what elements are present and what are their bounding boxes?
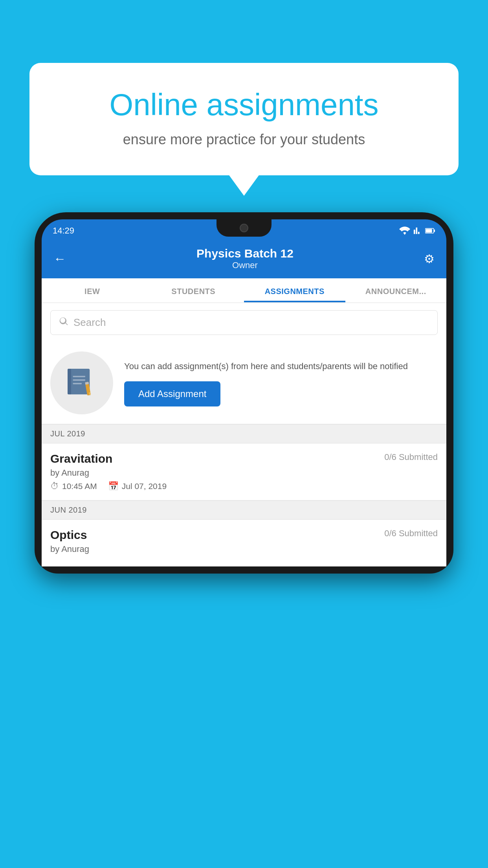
phone-notch xyxy=(216,219,272,237)
back-button[interactable]: ← xyxy=(53,252,66,266)
assignment-icon-circle xyxy=(50,351,113,414)
wifi-icon xyxy=(399,226,410,235)
assignment-name-optics: Optics xyxy=(50,528,87,542)
assignment-submitted-optics: 0/6 Submitted xyxy=(384,528,438,539)
speech-bubble-subtitle: ensure more practice for your students xyxy=(57,131,431,148)
search-box[interactable]: Search xyxy=(50,310,438,335)
assignment-meta-gravitation: ⏱ 10:45 AM 📅 Jul 07, 2019 xyxy=(50,481,438,491)
assignment-date: 📅 Jul 07, 2019 xyxy=(108,481,167,491)
status-icons xyxy=(399,226,435,235)
status-bar: 14:29 xyxy=(42,219,446,241)
search-icon xyxy=(59,316,69,329)
assignment-item-top: Gravitation 0/6 Submitted xyxy=(50,452,438,465)
clock-icon: ⏱ xyxy=(50,481,59,491)
settings-button[interactable]: ⚙ xyxy=(424,252,435,266)
tabs-bar: IEW STUDENTS ASSIGNMENTS ANNOUNCEM... xyxy=(42,278,446,303)
phone-camera xyxy=(240,224,248,232)
search-placeholder: Search xyxy=(73,316,106,329)
header-subtitle: Owner xyxy=(196,260,294,270)
phone-screen: ← Physics Batch 12 Owner ⚙ IEW STUDENTS … xyxy=(42,241,446,566)
search-container: Search xyxy=(42,303,446,342)
assignment-time-value: 10:45 AM xyxy=(62,482,97,491)
notebook-svg-icon xyxy=(64,365,99,401)
svg-rect-7 xyxy=(73,383,82,384)
speech-bubble-title: Online assignments xyxy=(57,86,431,123)
svg-rect-6 xyxy=(73,379,86,381)
header-title: Physics Batch 12 xyxy=(196,247,294,260)
speech-bubble: Online assignments ensure more practice … xyxy=(29,63,459,175)
header-title-block: Physics Batch 12 Owner xyxy=(196,247,294,270)
tab-iew[interactable]: IEW xyxy=(42,278,143,302)
tab-announcements[interactable]: ANNOUNCEM... xyxy=(345,278,447,302)
calendar-icon: 📅 xyxy=(108,481,119,491)
add-assignment-button[interactable]: Add Assignment xyxy=(124,381,220,406)
assignment-name-gravitation: Gravitation xyxy=(50,452,112,465)
month-separator-jul: JUL 2019 xyxy=(42,424,446,443)
svg-rect-4 xyxy=(68,369,71,394)
assignment-by-gravitation: by Anurag xyxy=(50,468,438,478)
signal-icon xyxy=(413,226,422,235)
tab-students[interactable]: STUDENTS xyxy=(143,278,244,302)
assignment-by-optics: by Anurag xyxy=(50,544,438,554)
svg-rect-1 xyxy=(434,230,435,232)
assignment-submitted-gravitation: 0/6 Submitted xyxy=(384,452,438,462)
phone-outer: 14:29 xyxy=(35,212,453,574)
status-time: 14:29 xyxy=(53,226,74,236)
svg-rect-2 xyxy=(426,229,432,233)
assignment-item-top-optics: Optics 0/6 Submitted xyxy=(50,528,438,542)
svg-rect-5 xyxy=(73,376,86,377)
assignment-list-item[interactable]: Gravitation 0/6 Submitted by Anurag ⏱ 10… xyxy=(42,443,446,500)
app-header: ← Physics Batch 12 Owner ⚙ xyxy=(42,241,446,278)
assignment-list-item-optics[interactable]: Optics 0/6 Submitted by Anurag xyxy=(42,520,446,566)
month-separator-jun: JUN 2019 xyxy=(42,500,446,520)
phone-wrapper: 14:29 xyxy=(35,212,453,868)
assignment-date-value: Jul 07, 2019 xyxy=(122,482,167,491)
assignment-right: You can add assignment(s) from here and … xyxy=(124,360,438,406)
add-assignment-area: You can add assignment(s) from here and … xyxy=(42,342,446,424)
tab-assignments[interactable]: ASSIGNMENTS xyxy=(244,278,345,302)
battery-icon xyxy=(425,226,435,235)
assignment-time: ⏱ 10:45 AM xyxy=(50,481,97,491)
assignment-description: You can add assignment(s) from here and … xyxy=(124,360,438,373)
